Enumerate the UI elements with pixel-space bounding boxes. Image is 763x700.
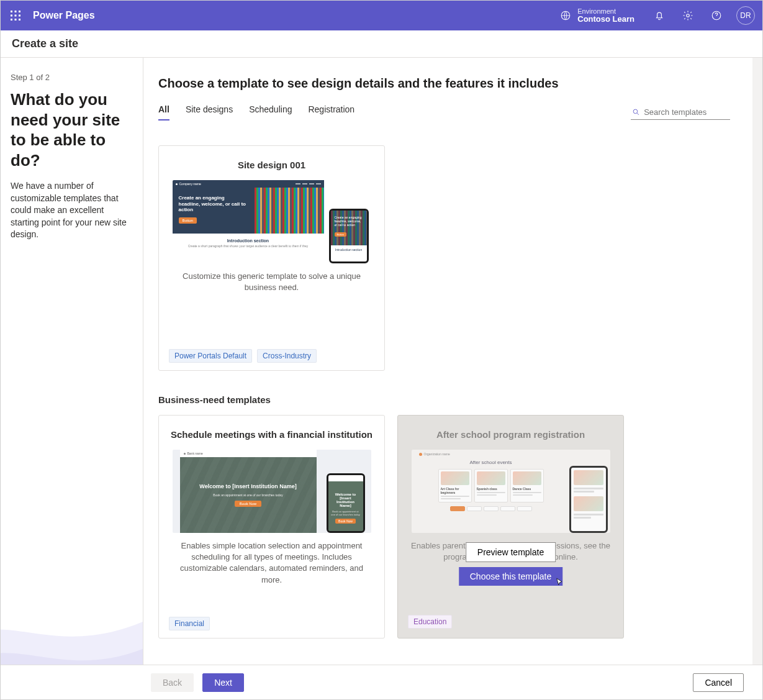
search-templates[interactable]	[631, 105, 730, 120]
choose-template-button[interactable]: Choose this template	[459, 567, 563, 586]
environment-name: Contoso Learn	[577, 15, 634, 24]
svg-rect-8	[19, 19, 20, 20]
card-description: Customize this generic template to solve…	[169, 271, 374, 306]
svg-rect-7	[15, 19, 17, 20]
waffle-icon	[11, 11, 20, 20]
card-title: Schedule meetings with a financial insti…	[169, 429, 374, 440]
card-title: Site design 001	[169, 160, 374, 170]
page-title: Create a site	[1, 30, 762, 58]
next-button[interactable]: Next	[202, 673, 244, 692]
svg-rect-6	[11, 19, 12, 20]
card-title: After school program registration	[408, 429, 613, 440]
card-tags: Power Portals Default Cross-Industry	[169, 349, 374, 363]
template-tabs: All Site designs Scheduling Registration	[158, 104, 354, 120]
left-panel: Step 1 of 2 What do you need your site t…	[1, 58, 143, 665]
svg-rect-0	[11, 11, 12, 12]
decorative-wave-icon	[1, 534, 143, 665]
user-avatar[interactable]: DR	[736, 6, 755, 25]
help-button[interactable]	[704, 3, 729, 28]
tab-registration[interactable]: Registration	[308, 104, 354, 120]
template-card-site-design-001[interactable]: Site design 001 Company name Create an e…	[158, 145, 385, 371]
bell-icon	[654, 10, 665, 21]
help-icon	[711, 10, 722, 21]
tag: Financial	[169, 617, 210, 630]
svg-rect-3	[11, 15, 12, 17]
svg-rect-4	[15, 15, 17, 17]
step-indicator: Step 1 of 2	[11, 73, 133, 82]
card-tags: Education	[408, 615, 613, 629]
template-card-after-school-registration[interactable]: After school program registration Organi…	[397, 415, 624, 639]
left-heading: What do you need your site to be able to…	[11, 89, 133, 170]
svg-point-12	[633, 109, 638, 114]
template-preview: Company name Create an engaging headline…	[173, 180, 371, 263]
globe-icon	[560, 10, 571, 21]
back-button[interactable]: Back	[151, 673, 194, 692]
footer-bar: Back Next Cancel	[1, 665, 762, 699]
settings-button[interactable]	[675, 3, 700, 28]
main-lead: Choose a template to see design details …	[158, 76, 730, 91]
app-launcher-button[interactable]	[4, 4, 27, 27]
tab-site-designs[interactable]: Site designs	[186, 104, 233, 120]
brand-title[interactable]: Power Pages	[33, 10, 95, 21]
template-card-financial-scheduling[interactable]: Schedule meetings with a financial insti…	[158, 415, 385, 639]
top-bar: Power Pages Environment Contoso Learn DR	[1, 1, 762, 30]
tag: Education	[408, 615, 452, 629]
scrollbar[interactable]	[752, 58, 762, 665]
template-preview: Organization name After school events Ar…	[412, 450, 610, 533]
cursor-icon	[554, 577, 565, 588]
card-hover-actions: Preview template Choose this template	[459, 542, 563, 586]
environment-label: Environment	[577, 7, 634, 15]
card-tags: Financial	[169, 617, 374, 630]
search-input[interactable]	[644, 107, 729, 117]
tabs-row: All Site designs Scheduling Registration	[158, 104, 730, 120]
svg-rect-2	[19, 11, 20, 12]
card-description: Enables simple location selection and ap…	[169, 540, 374, 586]
section-business-need: Business-need templates	[158, 394, 730, 405]
left-body: We have a number of customizable templat…	[11, 180, 133, 241]
main-content: Choose a template to see design details …	[143, 58, 752, 665]
template-preview: Bank name Welcome to [Insert Institution…	[173, 450, 371, 533]
svg-rect-1	[15, 11, 17, 12]
tag: Power Portals Default	[169, 349, 252, 363]
environment-picker[interactable]: Environment Contoso Learn	[560, 7, 634, 24]
notifications-button[interactable]	[647, 3, 672, 28]
cancel-button[interactable]: Cancel	[693, 673, 744, 692]
svg-rect-5	[19, 15, 20, 17]
preview-template-button[interactable]: Preview template	[466, 542, 556, 562]
tab-all[interactable]: All	[158, 104, 169, 120]
tag: Cross-Industry	[257, 349, 317, 363]
svg-point-10	[687, 14, 690, 17]
gear-icon	[682, 10, 693, 21]
search-icon	[632, 107, 640, 117]
tab-scheduling[interactable]: Scheduling	[249, 104, 292, 120]
